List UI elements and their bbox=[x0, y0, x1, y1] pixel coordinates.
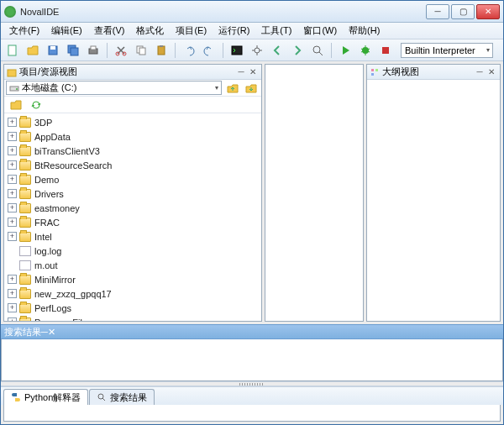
expand-icon[interactable]: + bbox=[8, 175, 17, 184]
tree-item[interactable]: +FRAC bbox=[4, 215, 261, 229]
expand-icon[interactable]: + bbox=[8, 317, 17, 321]
drive-icon bbox=[9, 83, 19, 93]
copy-icon[interactable] bbox=[133, 42, 150, 59]
save-all-icon[interactable] bbox=[65, 42, 81, 59]
cut-icon[interactable] bbox=[113, 42, 129, 59]
maximize-button[interactable]: ▢ bbox=[451, 4, 475, 19]
folder-icon bbox=[19, 275, 31, 285]
svg-rect-18 bbox=[8, 70, 16, 76]
panel-close-icon[interactable]: ✕ bbox=[48, 327, 55, 338]
folder-icon bbox=[19, 189, 31, 199]
stop-icon[interactable] bbox=[377, 42, 394, 59]
svg-rect-13 bbox=[232, 46, 242, 55]
open-folder-icon[interactable] bbox=[8, 97, 24, 113]
panel-minimize-icon[interactable]: ─ bbox=[474, 66, 486, 78]
svg-rect-23 bbox=[371, 73, 374, 76]
menu-run[interactable]: 运行(R) bbox=[213, 23, 255, 39]
back-icon[interactable] bbox=[269, 42, 286, 59]
folder-icon bbox=[19, 232, 31, 242]
panel-minimize-icon[interactable]: ─ bbox=[235, 66, 247, 78]
expand-icon[interactable]: + bbox=[8, 132, 17, 141]
expand-icon[interactable]: + bbox=[8, 203, 17, 212]
tree-item[interactable]: +new_zxzq_gpqq17 bbox=[4, 286, 261, 301]
file-icon bbox=[19, 260, 31, 270]
print-icon[interactable] bbox=[85, 42, 102, 59]
panel-close-icon[interactable]: ✕ bbox=[247, 66, 259, 78]
project-resource-panel: 项目/资源视图 ─ ✕ 本地磁盘 (C:) +3DP+AppData+bi bbox=[3, 64, 262, 322]
file-tree[interactable]: +3DP+AppData+biTransClientV3+BtResourceS… bbox=[4, 113, 261, 321]
python-icon bbox=[11, 392, 21, 402]
menu-format[interactable]: 格式化 bbox=[131, 23, 169, 39]
expand-icon[interactable]: + bbox=[8, 189, 17, 198]
tree-item[interactable]: +BtResourceSearch bbox=[4, 158, 261, 172]
tree-item[interactable]: m.out bbox=[4, 258, 261, 272]
tree-item[interactable]: +PerfLogs bbox=[4, 301, 261, 315]
menu-project[interactable]: 项目(E) bbox=[171, 23, 212, 39]
tree-item-label: Drivers bbox=[34, 189, 64, 199]
folder-icon bbox=[19, 160, 31, 171]
drive-select[interactable]: 本地磁盘 (C:) bbox=[6, 81, 222, 95]
search-results-icon bbox=[97, 392, 107, 402]
open-icon[interactable] bbox=[24, 42, 41, 59]
menu-window[interactable]: 窗口(W) bbox=[298, 23, 342, 39]
menu-view[interactable]: 查看(V) bbox=[89, 23, 130, 39]
redo-icon[interactable] bbox=[201, 42, 218, 59]
tab-label: Python解释器 bbox=[24, 391, 81, 404]
tree-item-label: MiniMirror bbox=[34, 275, 76, 285]
tree-item[interactable]: +Intel bbox=[4, 229, 261, 244]
search-icon[interactable] bbox=[309, 42, 326, 59]
menu-tools[interactable]: 工具(T) bbox=[256, 23, 297, 39]
expand-icon[interactable]: + bbox=[8, 289, 17, 298]
expand-icon[interactable]: + bbox=[8, 275, 17, 284]
folder-icon bbox=[19, 303, 31, 313]
interpreter-select[interactable]: Builtin Interpreter bbox=[401, 43, 493, 58]
tab-search-results[interactable]: 搜索结果 bbox=[89, 389, 155, 405]
expand-icon[interactable]: + bbox=[8, 232, 17, 241]
tree-item[interactable]: +biTransClientV3 bbox=[4, 144, 261, 158]
tree-item[interactable]: log.log bbox=[4, 244, 261, 258]
tab-python-interpreter[interactable]: Python解释器 bbox=[3, 389, 88, 405]
console-body[interactable] bbox=[3, 405, 501, 422]
settings-icon[interactable] bbox=[249, 42, 265, 59]
expand-icon[interactable]: + bbox=[8, 160, 17, 170]
paste-icon[interactable] bbox=[153, 42, 170, 59]
tree-item[interactable]: +3DP bbox=[4, 115, 261, 129]
save-icon[interactable] bbox=[45, 42, 61, 59]
debug-icon[interactable] bbox=[357, 42, 374, 59]
panel-minimize-icon[interactable]: ─ bbox=[41, 327, 48, 337]
window-title: NovalIDE bbox=[20, 7, 426, 17]
drive-down-icon[interactable] bbox=[243, 80, 260, 97]
svg-rect-17 bbox=[382, 47, 389, 54]
right-panel-title: 大纲视图 bbox=[382, 66, 419, 78]
search-results-body[interactable] bbox=[1, 339, 503, 381]
tree-item[interactable]: +Demo bbox=[4, 172, 261, 186]
new-file-icon[interactable] bbox=[4, 42, 21, 59]
expand-icon[interactable]: + bbox=[8, 218, 17, 227]
tree-item[interactable]: +Drivers bbox=[4, 186, 261, 201]
tree-item[interactable]: +AppData bbox=[4, 129, 261, 144]
outline-icon bbox=[370, 67, 380, 77]
close-button[interactable]: ✕ bbox=[476, 4, 500, 19]
menu-file[interactable]: 文件(F) bbox=[4, 23, 45, 39]
undo-icon[interactable] bbox=[181, 42, 197, 59]
expand-spacer bbox=[8, 246, 17, 255]
terminal-icon[interactable] bbox=[228, 42, 245, 59]
expand-icon[interactable]: + bbox=[8, 303, 17, 312]
expand-icon[interactable]: + bbox=[8, 118, 17, 127]
titlebar[interactable]: NovalIDE ─ ▢ ✕ bbox=[1, 1, 503, 23]
menu-help[interactable]: 帮助(H) bbox=[344, 23, 385, 39]
editor-panel[interactable] bbox=[265, 64, 364, 322]
tree-item[interactable]: +eastmoney bbox=[4, 201, 261, 215]
panel-close-icon[interactable]: ✕ bbox=[486, 66, 497, 78]
expand-icon[interactable]: + bbox=[8, 146, 17, 155]
minimize-button[interactable]: ─ bbox=[426, 4, 449, 19]
run-icon[interactable] bbox=[337, 42, 354, 59]
svg-rect-4 bbox=[71, 48, 78, 55]
refresh-icon[interactable] bbox=[28, 97, 45, 113]
forward-icon[interactable] bbox=[289, 42, 306, 59]
drive-up-icon[interactable] bbox=[224, 80, 241, 97]
menu-edit[interactable]: 编辑(E) bbox=[46, 23, 87, 39]
tree-item[interactable]: +MiniMirror bbox=[4, 272, 261, 286]
expand-spacer bbox=[8, 260, 17, 270]
tree-item[interactable]: +Program Files bbox=[4, 315, 261, 321]
